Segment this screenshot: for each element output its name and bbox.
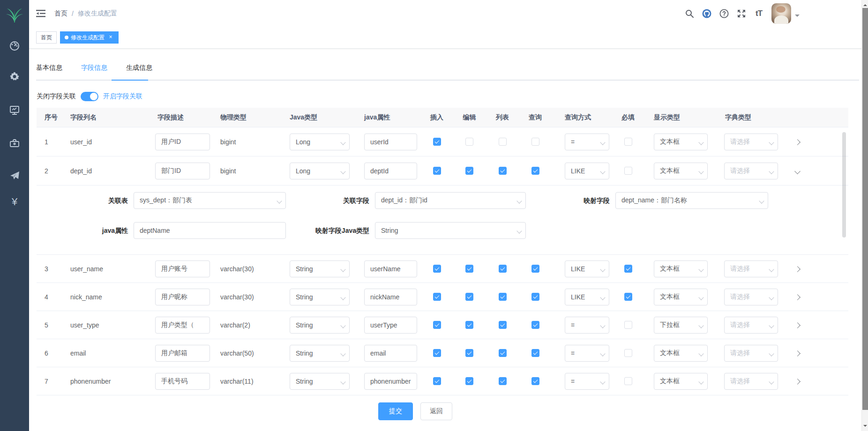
required-checkbox[interactable] bbox=[624, 349, 632, 357]
edit-checkbox[interactable] bbox=[465, 321, 473, 329]
list-checkbox[interactable] bbox=[499, 377, 507, 385]
dict-type-select[interactable]: 请选择 bbox=[724, 134, 778, 150]
sidebar-item-system-settings[interactable] bbox=[9, 71, 20, 82]
scrollbar-down-arrow-icon[interactable] bbox=[863, 425, 867, 429]
field-desc-input[interactable] bbox=[155, 134, 210, 150]
list-checkbox[interactable] bbox=[499, 349, 507, 357]
expand-row-icon[interactable] bbox=[794, 379, 801, 385]
query-checkbox[interactable] bbox=[531, 349, 539, 357]
java-attr-input[interactable] bbox=[364, 163, 417, 179]
table-scrollbar-thumb[interactable] bbox=[842, 132, 846, 238]
query-type-select[interactable]: = bbox=[565, 134, 609, 150]
expand-row-icon[interactable] bbox=[794, 139, 801, 145]
help-icon[interactable] bbox=[719, 8, 729, 19]
display-type-select[interactable]: 文本框 bbox=[654, 260, 708, 277]
edit-checkbox[interactable] bbox=[465, 167, 473, 175]
java-type-select[interactable]: String bbox=[290, 260, 350, 277]
list-checkbox[interactable] bbox=[499, 265, 507, 273]
app-logo-icon[interactable] bbox=[5, 4, 24, 24]
insert-checkbox[interactable] bbox=[433, 293, 441, 301]
display-type-select[interactable]: 文本框 bbox=[654, 163, 708, 179]
list-checkbox[interactable] bbox=[499, 321, 507, 329]
java-type-select[interactable]: Long bbox=[290, 163, 350, 179]
query-type-select[interactable]: LIKE bbox=[565, 163, 609, 179]
query-checkbox[interactable] bbox=[531, 167, 539, 175]
font-size-icon[interactable]: tT bbox=[754, 8, 764, 19]
sidebar-item-dashboard[interactable] bbox=[9, 40, 20, 51]
user-menu-caret-icon[interactable] bbox=[795, 15, 800, 19]
edit-checkbox[interactable] bbox=[465, 377, 473, 385]
breadcrumb-home[interactable]: 首页 bbox=[54, 9, 67, 18]
edit-checkbox[interactable] bbox=[465, 349, 473, 357]
field-desc-input[interactable] bbox=[155, 260, 210, 277]
required-checkbox[interactable] bbox=[624, 321, 632, 329]
query-checkbox[interactable] bbox=[531, 377, 539, 385]
fullscreen-icon[interactable] bbox=[736, 8, 747, 19]
required-checkbox[interactable] bbox=[624, 265, 632, 273]
java-attr-input[interactable] bbox=[364, 289, 417, 305]
edit-checkbox[interactable] bbox=[465, 138, 473, 146]
sidebar-item-guide[interactable] bbox=[9, 170, 20, 181]
query-type-select[interactable]: = bbox=[565, 345, 609, 362]
java-attr-input[interactable] bbox=[364, 317, 417, 334]
tab-basic-info[interactable]: 基本信息 bbox=[36, 55, 72, 80]
field-desc-input[interactable] bbox=[155, 373, 210, 390]
tag-home[interactable]: 首页 bbox=[36, 31, 57, 44]
java-type-select[interactable]: String bbox=[290, 317, 350, 334]
query-checkbox[interactable] bbox=[531, 321, 539, 329]
field-desc-input[interactable] bbox=[155, 163, 210, 179]
dict-type-select[interactable]: 请选择 bbox=[724, 345, 778, 362]
github-icon[interactable] bbox=[702, 8, 712, 19]
list-checkbox[interactable] bbox=[499, 167, 507, 175]
insert-checkbox[interactable] bbox=[433, 349, 441, 357]
display-type-select[interactable]: 文本框 bbox=[654, 289, 708, 305]
query-type-select[interactable]: = bbox=[565, 317, 609, 334]
relation-field-select[interactable]: dept_id：部门id bbox=[375, 192, 526, 209]
query-type-select[interactable]: LIKE bbox=[565, 289, 609, 305]
tab-gen-info[interactable]: 生成信息 bbox=[117, 55, 162, 80]
list-checkbox[interactable] bbox=[499, 138, 507, 146]
expand-row-icon[interactable] bbox=[794, 322, 801, 328]
insert-checkbox[interactable] bbox=[433, 265, 441, 273]
map-java-type-select[interactable]: String bbox=[375, 222, 526, 239]
list-checkbox[interactable] bbox=[499, 293, 507, 301]
expand-row-icon[interactable] bbox=[794, 168, 801, 174]
java-attr-input[interactable] bbox=[364, 260, 417, 277]
submit-button[interactable]: 提交 bbox=[378, 402, 413, 420]
required-checkbox[interactable] bbox=[624, 377, 632, 385]
java-type-select[interactable]: String bbox=[290, 373, 350, 390]
dict-type-select[interactable]: 请选择 bbox=[724, 373, 778, 390]
sidebar-item-monitor[interactable] bbox=[9, 104, 20, 116]
required-checkbox[interactable] bbox=[624, 138, 632, 146]
sub-java-attr-input[interactable] bbox=[134, 222, 286, 239]
sidebar-item-finance[interactable]: ¥ bbox=[9, 196, 20, 207]
sidebar-collapse-icon[interactable] bbox=[36, 8, 46, 19]
field-relation-switch[interactable] bbox=[81, 92, 98, 101]
edit-checkbox[interactable] bbox=[465, 265, 473, 273]
expand-row-icon[interactable] bbox=[794, 350, 801, 357]
insert-checkbox[interactable] bbox=[433, 377, 441, 385]
query-checkbox[interactable] bbox=[531, 138, 539, 146]
expand-row-icon[interactable] bbox=[794, 294, 801, 300]
query-checkbox[interactable] bbox=[531, 293, 539, 301]
display-type-select[interactable]: 文本框 bbox=[654, 345, 708, 362]
java-attr-input[interactable] bbox=[364, 134, 417, 150]
query-type-select[interactable]: LIKE bbox=[565, 260, 609, 277]
page-scrollbar-thumb[interactable] bbox=[862, 8, 868, 410]
field-desc-input[interactable] bbox=[155, 317, 210, 334]
user-avatar[interactable] bbox=[771, 3, 791, 24]
page-scrollbar[interactable] bbox=[861, 0, 868, 431]
tab-field-info[interactable]: 字段信息 bbox=[72, 55, 117, 80]
expand-row-icon[interactable] bbox=[794, 266, 801, 272]
search-icon[interactable] bbox=[684, 8, 695, 19]
java-type-select[interactable]: String bbox=[290, 289, 350, 305]
dict-type-select[interactable]: 请选择 bbox=[724, 163, 778, 179]
display-type-select[interactable]: 文本框 bbox=[654, 373, 708, 390]
map-field-select[interactable]: dept_name：部门名称 bbox=[615, 192, 768, 209]
dict-type-select[interactable]: 请选择 bbox=[724, 317, 778, 334]
java-attr-input[interactable] bbox=[364, 345, 417, 362]
scrollbar-up-arrow-icon[interactable] bbox=[863, 2, 867, 6]
java-attr-input[interactable] bbox=[364, 373, 417, 390]
insert-checkbox[interactable] bbox=[433, 167, 441, 175]
query-checkbox[interactable] bbox=[531, 265, 539, 273]
